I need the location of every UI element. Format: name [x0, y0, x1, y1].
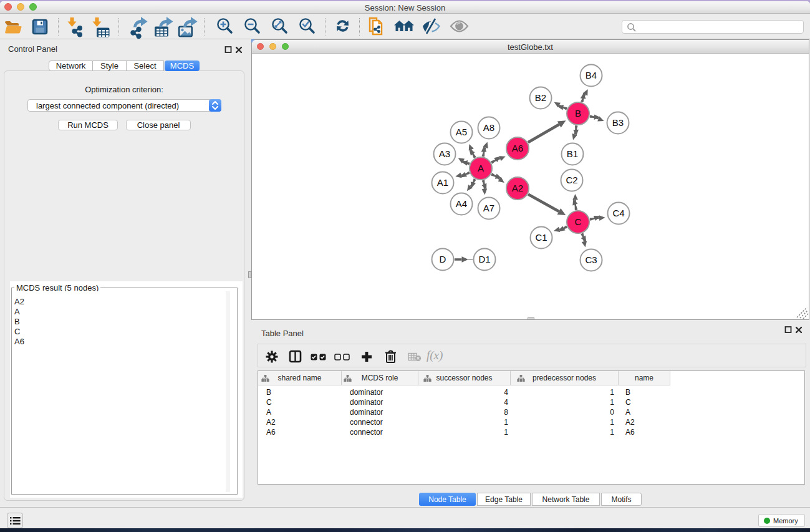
svg-text:A3: A3 [439, 148, 450, 159]
svg-text:B2: B2 [535, 92, 546, 103]
svg-text:C4: C4 [612, 208, 624, 218]
svg-text:A1: A1 [437, 177, 448, 188]
svg-text:B3: B3 [612, 117, 624, 128]
svg-text:A4: A4 [456, 198, 467, 209]
svg-text:B: B [575, 108, 581, 118]
svg-text:A6: A6 [512, 143, 523, 153]
svg-text:A7: A7 [483, 203, 494, 213]
svg-text:C2: C2 [566, 175, 577, 185]
svg-text:C3: C3 [585, 254, 597, 265]
svg-text:A8: A8 [483, 122, 494, 133]
svg-text:A2: A2 [512, 183, 523, 193]
svg-text:C: C [575, 216, 582, 227]
svg-text:C1: C1 [535, 232, 547, 243]
svg-text:A: A [478, 163, 484, 173]
svg-text:D1: D1 [478, 254, 490, 264]
svg-text:B1: B1 [567, 148, 578, 159]
svg-text:A5: A5 [456, 127, 467, 137]
svg-text:D: D [440, 254, 446, 264]
svg-text:B4: B4 [586, 70, 597, 80]
